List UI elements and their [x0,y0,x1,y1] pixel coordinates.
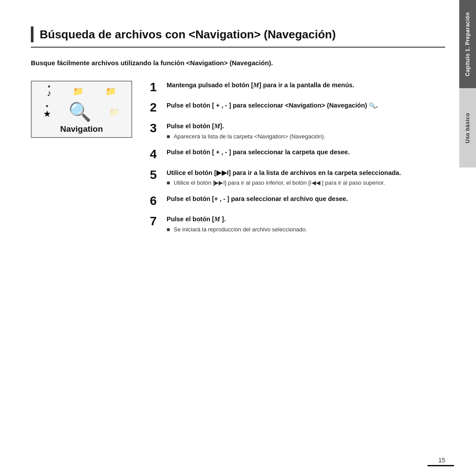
step-5-note: ■ Utilice el botón [▶▶I] para ir al paso… [167,179,445,187]
right-sidebar-tabs: Capítulo 1. Preparación Uso básico [459,0,476,476]
step-7-note: ■ Se iniciará la reproducción del archiv… [167,226,445,234]
star-icon: ★ [43,108,51,119]
title-bar-decoration [31,26,33,42]
music-note-icon: ♪ [47,88,51,98]
step-6: 6 Pulse el botón [+ , - ] para seleccion… [150,194,445,208]
page-title: Búsqueda de archivos con <Navigation> (N… [31,26,445,42]
main-content: ▲ ♪ 📁 📁 ▼ ★ 🔍 📁 Navigation [31,81,445,241]
navigation-image-box: ▲ ♪ 📁 📁 ▼ ★ 🔍 📁 Navigation [31,81,132,138]
step-3: 3 Pulse el botón [M]. ■ Aparecerá la lis… [150,122,445,141]
step-3-note: ■ Aparecerá la lista de la carpeta <Navi… [167,133,445,141]
steps-section: 1 Mantenga pulsado el botón [M] para ir … [150,81,445,241]
step-2: 2 Pulse el botón [ + , - ] para seleccio… [150,101,445,115]
tab-capitulo-preparacion: Capítulo 1. Preparación [459,0,476,88]
page-number: 15 [438,457,445,464]
step-7: 7 Pulse el botón [M ]. ■ Se iniciará la … [150,215,445,234]
folder-icon-faded: 📁 [109,107,120,117]
nav-label: Navigation [60,124,103,134]
step-4: 4 Pulse el botón [ + , - ] para seleccio… [150,148,445,161]
chevron-down-icon: ▼ [45,104,49,108]
folder-icon-top2: 📁 [105,86,116,97]
nav-box-inner: ▲ ♪ 📁 📁 ▼ ★ 🔍 📁 Navigation [32,82,131,137]
search-icon-large: 🔍 [68,101,91,123]
chevron-up-icon: ▲ [47,84,51,88]
page-number-underline [428,465,454,466]
step-5: 5 Utilice el botón [▶▶I] para ir a la li… [150,168,445,187]
step-1: 1 Mantenga pulsado el botón [M] para ir … [150,81,445,94]
page-title-section: Búsqueda de archivos con <Navigation> (N… [31,26,445,48]
tab-spacer [459,167,476,476]
folder-icon-top: 📁 [73,86,84,97]
page-container: Capítulo 1. Preparación Uso básico Búsqu… [0,0,476,476]
subtitle: Busque fácilmente archivos utilizando la… [31,58,445,68]
tab-uso-basico: Uso básico [459,88,476,167]
